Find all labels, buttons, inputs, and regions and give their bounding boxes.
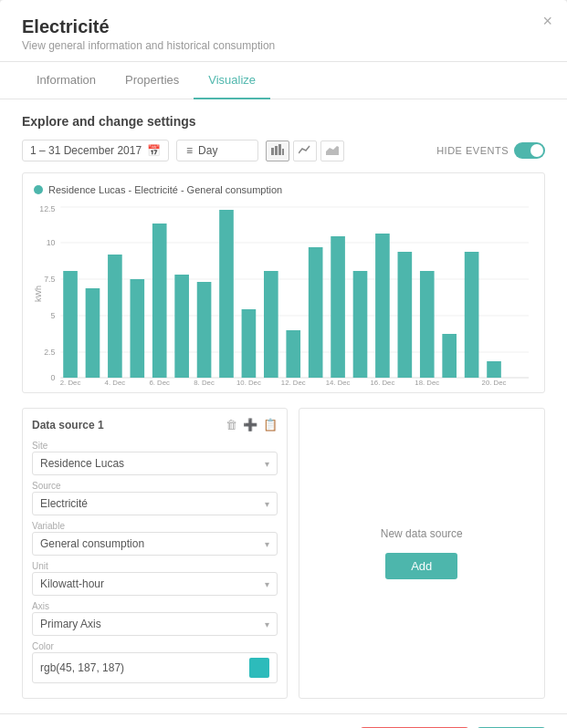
svg-rect-19 [86, 288, 100, 378]
svg-rect-33 [398, 252, 413, 378]
legend-text: Residence Lucas - Electricité - General … [48, 184, 282, 195]
legend-dot [34, 185, 43, 194]
period-selector[interactable]: ≡ Day [176, 140, 258, 161]
source-select[interactable]: Electricité ▾ [32, 492, 278, 515]
unit-value: Kilowatt-hour [40, 577, 104, 590]
unit-field: Unit Kilowatt-hour ▾ [32, 561, 278, 596]
ds-title: Data source 1 [32, 419, 104, 432]
chart-container: Residence Lucas - Electricité - General … [22, 172, 545, 393]
data-source-panel: Data source 1 🗑 ➕ 📋 Site Residence Lucas… [22, 408, 288, 699]
svg-text:10. Dec: 10. Dec [236, 379, 261, 385]
tab-information[interactable]: Information [22, 62, 110, 99]
line-chart-button[interactable] [293, 140, 317, 161]
site-field: Site Residence Lucas ▾ [32, 441, 278, 475]
source-label: Source [32, 481, 278, 491]
variable-label: Variable [32, 521, 278, 531]
svg-text:2.5: 2.5 [44, 348, 55, 357]
chevron-down-icon: ▾ [265, 459, 269, 469]
bar-chart-button[interactable] [266, 140, 289, 161]
svg-text:5: 5 [51, 311, 56, 320]
color-swatch [249, 658, 269, 678]
chart-legend: Residence Lucas - Electricité - General … [34, 184, 533, 195]
modal-footer: ✕ Cancel Delete Source Save [0, 713, 567, 728]
svg-rect-31 [353, 271, 368, 378]
svg-rect-3 [282, 149, 284, 155]
axis-label: Axis [32, 601, 278, 611]
svg-text:18. Dec: 18. Dec [415, 379, 439, 385]
svg-text:kWh: kWh [34, 286, 43, 302]
variable-field: Variable General consumption ▾ [32, 521, 278, 556]
site-value: Residence Lucas [40, 457, 124, 470]
tabs: Information Properties Visualize [0, 62, 567, 99]
new-ds-title: New data source [381, 527, 463, 540]
chart-area: 12.5 10 7.5 5 2.5 0 kWh [34, 203, 533, 385]
svg-text:2. Dec: 2. Dec [60, 379, 81, 385]
modal: Electricité View general information and… [0, 0, 567, 728]
tab-visualize[interactable]: Visualize [194, 62, 270, 99]
svg-marker-4 [326, 146, 339, 155]
svg-rect-21 [130, 279, 144, 378]
svg-rect-0 [271, 148, 274, 155]
ds-add-button[interactable]: ➕ [243, 418, 257, 432]
lines-icon: ≡ [186, 144, 193, 157]
ds-delete-button[interactable]: 🗑 [226, 418, 237, 432]
new-data-source-panel: New data source Add [299, 408, 546, 699]
chevron-down-icon: ▾ [265, 499, 269, 509]
modal-subtitle: View general information and historical … [22, 39, 545, 52]
calendar-icon: 📅 [147, 144, 161, 157]
svg-text:16. Dec: 16. Dec [370, 379, 394, 385]
svg-rect-22 [152, 224, 167, 378]
hide-events-control: HIDE EVENTS [436, 142, 545, 159]
svg-rect-32 [375, 234, 390, 378]
date-range-selector[interactable]: 1 – 31 December 2017 📅 [22, 140, 169, 161]
ds-copy-button[interactable]: 📋 [263, 418, 278, 432]
svg-rect-18 [63, 271, 78, 378]
svg-rect-20 [108, 255, 122, 378]
hide-events-label: HIDE EVENTS [436, 145, 509, 156]
close-button[interactable]: × [542, 13, 552, 29]
ds-header: Data source 1 🗑 ➕ 📋 [32, 418, 278, 432]
axis-select[interactable]: Primary Axis ▾ [32, 612, 278, 636]
svg-text:12.5: 12.5 [39, 204, 55, 213]
toggle-knob [530, 144, 543, 157]
svg-rect-27 [264, 271, 278, 378]
chart-type-controls [266, 140, 344, 161]
tab-properties[interactable]: Properties [110, 62, 194, 99]
site-select[interactable]: Residence Lucas ▾ [32, 452, 278, 475]
modal-title: Electricité [22, 16, 545, 37]
date-range-text: 1 – 31 December 2017 [30, 144, 142, 157]
svg-rect-2 [278, 144, 281, 155]
color-value: rgb(45, 187, 187) [40, 661, 124, 674]
chevron-down-icon: ▾ [265, 619, 269, 629]
svg-rect-26 [242, 309, 257, 378]
section-title: Explore and change settings [22, 114, 545, 129]
source-field: Source Electricité ▾ [32, 481, 278, 515]
source-value: Electricité [40, 497, 88, 510]
color-selector[interactable]: rgb(45, 187, 187) [32, 652, 278, 683]
chevron-down-icon: ▾ [265, 539, 269, 549]
unit-select[interactable]: Kilowatt-hour ▾ [32, 572, 278, 596]
axis-field: Axis Primary Axis ▾ [32, 601, 278, 636]
svg-rect-29 [309, 247, 323, 378]
chevron-down-icon: ▾ [265, 579, 269, 589]
svg-text:0: 0 [51, 373, 56, 382]
svg-rect-34 [420, 271, 435, 378]
svg-rect-24 [197, 282, 212, 378]
svg-text:4. Dec: 4. Dec [105, 379, 126, 385]
color-field: Color rgb(45, 187, 187) [32, 641, 278, 683]
area-chart-button[interactable] [320, 140, 344, 161]
unit-label: Unit [32, 561, 278, 571]
add-data-source-button[interactable]: Add [385, 553, 457, 579]
modal-header: Electricité View general information and… [0, 0, 567, 62]
svg-rect-23 [174, 275, 189, 378]
svg-rect-28 [286, 330, 300, 378]
svg-rect-25 [219, 210, 234, 378]
site-label: Site [32, 441, 278, 451]
hide-events-toggle[interactable] [514, 142, 545, 159]
variable-select[interactable]: General consumption ▾ [32, 532, 278, 556]
svg-text:8. Dec: 8. Dec [194, 379, 215, 385]
ds-actions: 🗑 ➕ 📋 [226, 418, 278, 432]
svg-text:12. Dec: 12. Dec [281, 379, 306, 385]
svg-rect-30 [331, 236, 345, 378]
svg-text:6. Dec: 6. Dec [149, 379, 170, 385]
